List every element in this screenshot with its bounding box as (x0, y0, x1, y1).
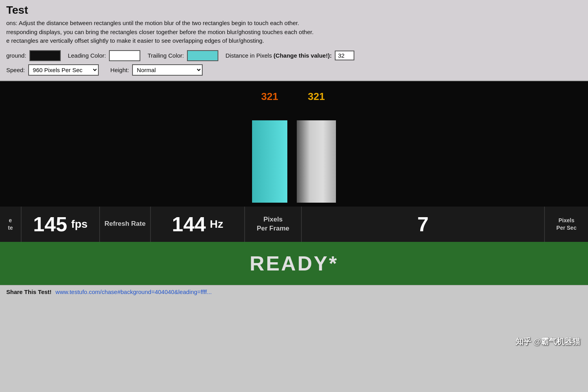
rectangles-container: 321 321 (252, 85, 336, 203)
share-link[interactable]: www.testufo.com/chase#background=404040&… (56, 289, 212, 295)
leading-color-swatch[interactable] (109, 50, 140, 61)
ready-banner: READY* (0, 242, 588, 285)
fps-unit: fps (71, 218, 87, 230)
refresh-rate-label: Refresh Rate (105, 220, 146, 228)
stat-cell-refresh-label: Refresh Rate (100, 207, 151, 242)
distance-label: Distance in Pixels (Change this value!): (225, 52, 332, 59)
stat-cell-pps-partial: PixelsPer Sec (545, 207, 588, 242)
stat-cell-ppf-label: PixelsPer Frame (245, 207, 302, 242)
refresh-rate-unit: Hz (210, 218, 223, 230)
distance-control: Distance in Pixels (Change this value!): (225, 51, 354, 60)
stat-cell-fps-value: 145 fps (22, 207, 100, 242)
height-control: Height: Normal Tall Short (111, 64, 203, 76)
trailing-color-control: Trailing Color: (147, 50, 218, 61)
share-label: Share This Test! (6, 289, 52, 295)
leading-rect-label: 321 (261, 91, 278, 103)
pixels-per-frame-value: 7 (417, 214, 429, 234)
speed-control: Speed: 960 Pixels Per Sec 480 Pixels Per… (6, 64, 99, 76)
trailing-rect-wrapper: 321 (297, 105, 336, 203)
fps-partial-label: ete (8, 217, 13, 231)
background-color-swatch[interactable] (29, 50, 61, 61)
ready-text: READY* (250, 252, 338, 275)
leading-rect-wrapper: 321 (252, 105, 287, 203)
pixels-per-frame-label: PixelsPer Frame (257, 215, 289, 232)
controls-row-2: Speed: 960 Pixels Per Sec 480 Pixels Per… (6, 64, 582, 76)
background-control: ground: (6, 50, 61, 61)
speed-label: Speed: (6, 67, 25, 73)
trailing-color-label: Trailing Color: (147, 52, 184, 59)
height-label: Height: (111, 67, 129, 73)
top-section: Test ons: Adjust the distance between re… (0, 0, 588, 81)
leading-rect (252, 120, 287, 203)
refresh-rate-value: 144 (172, 214, 206, 234)
pixels-per-sec-label: PixelsPer Sec (556, 217, 576, 231)
stat-cell-fps-partial: ete (0, 207, 22, 242)
trailing-rect (297, 120, 336, 203)
stat-cell-refresh-value: 144 Hz (151, 207, 245, 242)
footer-bar: Share This Test! www.testufo.com/chase#b… (0, 285, 588, 298)
watermark: 知乎 @霸气机器猫 (515, 336, 580, 347)
trailing-color-swatch[interactable] (187, 50, 218, 61)
animation-area: 321 321 (0, 81, 588, 207)
instructions: ons: Adjust the distance between rectang… (6, 19, 582, 45)
stat-cell-ppf-value: 7 (302, 207, 545, 242)
instruction-line1: ons: Adjust the distance between rectang… (6, 19, 582, 28)
leading-color-label: Leading Color: (68, 52, 106, 59)
controls-row-1: ground: Leading Color: Trailing Color: D… (6, 50, 582, 61)
stats-bar: ete 145 fps Refresh Rate 144 Hz PixelsPe… (0, 207, 588, 242)
speed-select[interactable]: 960 Pixels Per Sec 480 Pixels Per Sec 19… (28, 64, 99, 76)
height-select[interactable]: Normal Tall Short (132, 64, 203, 76)
page-title: Test (6, 4, 582, 16)
instruction-line3: e rectangles are vertically offset sligh… (6, 36, 582, 45)
fps-value: 145 (33, 214, 67, 234)
instruction-line2: rresponding displays, you can bring the … (6, 28, 582, 37)
distance-input[interactable] (335, 51, 354, 60)
leading-color-control: Leading Color: (68, 50, 141, 61)
trailing-rect-label: 321 (308, 91, 325, 103)
background-label: ground: (6, 52, 26, 59)
